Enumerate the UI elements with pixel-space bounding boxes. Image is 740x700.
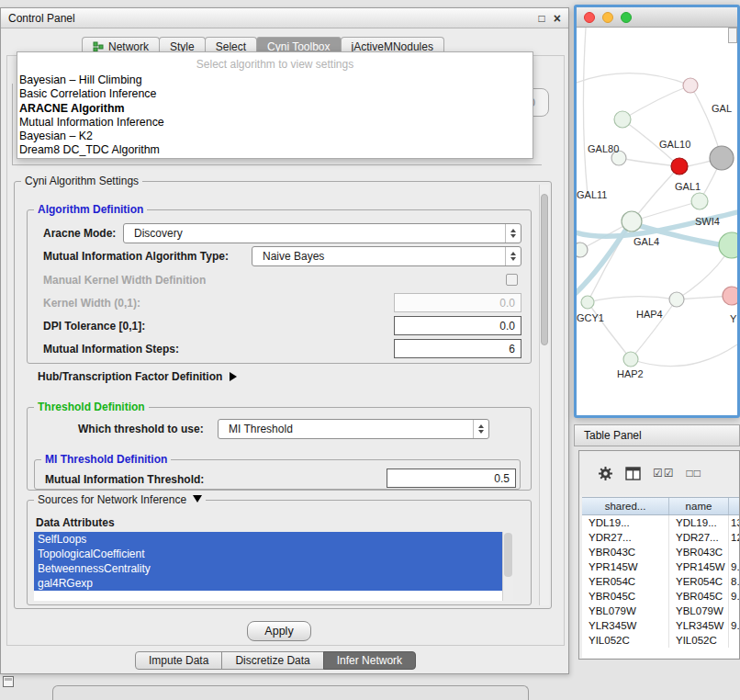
mi-type-combobox[interactable]: Naive Bayes [252,246,521,266]
dropdown-item[interactable]: Bayesian – K2 [17,130,533,143]
close-traffic-light-icon[interactable] [584,12,595,23]
network-node[interactable] [614,111,631,128]
float-window-icon[interactable]: □ [539,13,545,24]
table-row[interactable]: YPR145W YPR145W 9. [582,559,740,574]
network-node[interactable] [710,146,734,170]
node-label: SWI4 [695,216,720,227]
network-node[interactable] [683,78,698,93]
network-node[interactable] [723,287,737,305]
hidden-groupbox-edge [12,84,13,164]
dpi-tolerance-label: DPI Tolerance [0,1]: [43,320,145,333]
attributes-scrollbar-thumb[interactable] [504,533,512,577]
dropdown-item[interactable]: Mutual Information Inference [17,116,533,130]
show-columns-icon[interactable] [625,467,641,480]
dropdown-item[interactable]: Dream8 DC_TDC Algorithm [17,143,533,157]
table-panel-title: Table Panel [584,429,642,442]
mi-steps-label: Mutual Information Steps: [43,343,179,356]
attributes-scrollbar[interactable] [502,532,513,601]
settings-scrollbar[interactable] [539,185,549,605]
select-all-rows-icon[interactable]: ☑☑ [653,467,675,480]
table-row[interactable]: YBR043C YBR043C [582,545,740,559]
algorithm-dropdown-popup: Select algorithm to view settings Bayesi… [17,51,533,159]
node-label: HAP2 [617,368,644,379]
aracne-mode-combobox[interactable]: Discovery [123,223,521,243]
mi-threshold-field[interactable]: 0.5 [387,469,516,488]
kernel-width-label: Kernel Width (0,1): [43,297,140,310]
table-header-row: shared... name [582,497,740,515]
tab-impute-data[interactable]: Impute Data [135,651,222,670]
list-item[interactable]: gal4RGexp [34,576,502,591]
node-table: shared... name YDL19... YDL19... 13 YDR2… [582,497,740,658]
mi-type-label: Mutual Information Algorithm Type: [43,250,229,263]
tab-discretize-data[interactable]: Discretize Data [221,651,323,670]
control-panel-title: Control Panel [8,12,75,25]
network-canvas[interactable]: GAL GAL80 GAL10 GAL11 GAL1 SWI4 GAL4 GCY… [577,28,737,418]
which-threshold-label: Which threshold to use: [78,423,204,435]
network-node[interactable] [577,243,588,257]
list-item[interactable]: SelfLoops [34,532,502,547]
control-panel-window: Control Panel □ × Network Style Select C… [0,7,569,674]
zoom-traffic-light-icon[interactable] [621,12,632,23]
network-node[interactable] [623,352,638,367]
table-row[interactable]: YLR345W YLR345W 9. [582,618,740,633]
network-node[interactable] [669,292,684,307]
dropdown-item[interactable]: Basic Correlation Inference [17,87,533,101]
minimize-traffic-light-icon[interactable] [602,12,613,23]
combo-stepper-icon [505,224,521,243]
minimized-panel-edge [52,685,529,700]
node-label: GAL4 [633,236,659,247]
apply-button[interactable]: Apply [247,621,311,641]
manual-kernel-label: Manual Kernel Width Definition [43,274,206,287]
network-node[interactable] [691,193,708,209]
tab-infer-network[interactable]: Infer Network [323,651,416,670]
combo-stepper-icon [473,420,488,438]
threshold-definition-title: Threshold Definition [34,401,149,413]
which-threshold-combobox[interactable]: MI Threshold [218,419,489,439]
dropdown-item-selected[interactable]: ARACNE Algorithm [17,102,533,116]
column-header-name[interactable]: name [669,498,729,514]
gear-icon[interactable] [598,466,613,481]
table-row[interactable]: YDR27... YDR27... 12 [582,530,740,545]
close-icon[interactable]: × [554,12,561,25]
deselect-all-rows-icon[interactable]: □□ [687,467,702,480]
table-toolbar: ☑☑ □□ [579,451,739,495]
hub-factor-expander[interactable]: Hub/Transcription Factor Definition [38,370,237,383]
network-node[interactable] [581,296,594,309]
column-header-shared-name[interactable]: shared... [582,498,669,514]
table-row[interactable]: YBL079W YBL079W [582,604,740,618]
settings-scrollbar-thumb[interactable] [541,194,548,345]
column-header-cut[interactable] [729,498,740,514]
node-label: Y [730,313,737,324]
mi-threshold-label: Mutual Information Threshold: [45,473,204,486]
table-row[interactable]: YIL052C YIL052C [582,633,740,648]
mi-threshold-group-title: MI Threshold Definition [41,453,171,466]
network-graph[interactable]: GAL GAL80 GAL10 GAL11 GAL1 SWI4 GAL4 GCY… [577,28,737,418]
algorithm-definition-title: Algorithm Definition [34,203,147,216]
bottom-tab-bar: Impute Data Discretize Data Infer Networ… [135,651,415,670]
network-window-titlebar[interactable] [577,7,737,28]
network-node[interactable] [622,211,642,231]
settings-group-title: Cyni Algorithm Settings [21,175,142,187]
node-label: GAL11 [577,189,607,200]
network-node[interactable] [719,232,737,258]
control-panel-titlebar[interactable]: Control Panel □ × [1,8,568,28]
desktop: Control Panel □ × Network Style Select C… [0,0,740,700]
table-row[interactable]: YER054C YER054C 8. [582,574,740,589]
list-item[interactable]: BetweennessCentrality [34,561,502,576]
mi-steps-field[interactable]: 6 [394,339,521,358]
dpi-tolerance-field[interactable]: 0.0 [394,316,521,335]
combo-stepper-icon [505,247,521,265]
table-row[interactable]: YDL19... YDL19... 13 [582,515,740,530]
sources-group-title[interactable]: Sources for Network Inference [34,493,206,506]
table-panel-titlebar[interactable]: Table Panel [574,424,740,446]
data-attributes-label: Data Attributes [36,516,115,529]
dropdown-item[interactable]: Bayesian – Hill Climbing [17,73,533,87]
table-row[interactable]: YBR045C YBR045C 9. [582,589,740,604]
network-node-selected-red[interactable] [671,158,688,175]
network-scrollbar-stub[interactable] [728,28,737,43]
manual-kernel-checkbox [506,274,518,286]
list-item[interactable]: TopologicalCoefficient [34,547,502,561]
docked-panel-icon[interactable] [3,676,14,687]
kernel-width-field: 0.0 [394,293,521,312]
node-label: GAL [712,103,732,114]
